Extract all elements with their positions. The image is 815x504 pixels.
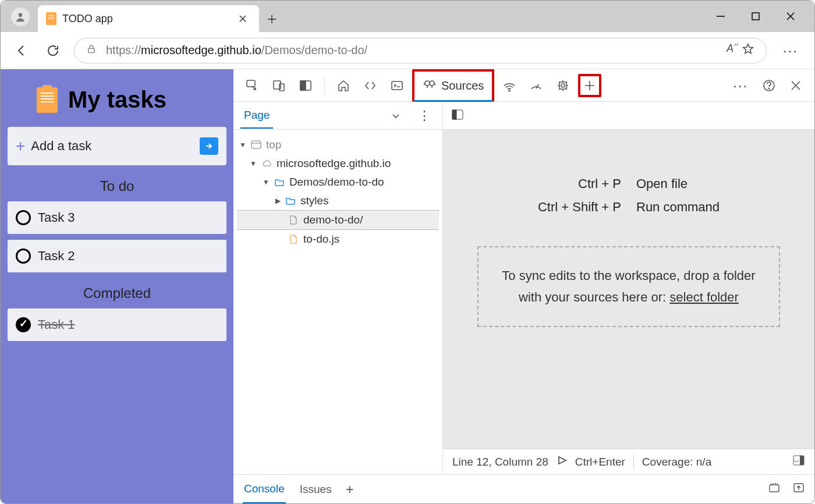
task-item[interactable]: Task 2: [8, 240, 226, 272]
browser-tab[interactable]: TODO app: [38, 5, 259, 32]
issues-drawer-tab[interactable]: Issues: [300, 483, 332, 496]
cursor-position: Line 12, Column 28: [452, 456, 548, 468]
svg-rect-2: [88, 48, 95, 53]
tab-close-button[interactable]: [235, 10, 251, 27]
editor-panel: Ctrl + P Open file Ctrl + Shift + P Run …: [443, 102, 814, 474]
clipboard-icon: [46, 12, 56, 25]
svg-rect-21: [770, 485, 779, 492]
toggle-sidebar-icon[interactable]: [451, 108, 464, 123]
checkbox-icon[interactable]: [16, 210, 31, 225]
tree-js-file[interactable]: to-do.js: [237, 230, 439, 249]
console-drawer-tab[interactable]: Console: [243, 475, 286, 503]
sources-tab-label: Sources: [441, 79, 484, 93]
task-item-completed[interactable]: Task 1: [8, 308, 226, 341]
file-icon: [288, 234, 299, 244]
favorite-icon[interactable]: [742, 42, 754, 58]
svg-rect-20: [800, 456, 804, 465]
editor-placeholder: Ctrl + P Open file Ctrl + Shift + P Run …: [443, 130, 814, 449]
chevron-down-icon[interactable]: [384, 104, 408, 127]
welcome-tab-icon[interactable]: [332, 74, 355, 97]
devtools-drawer: Console Issues +: [233, 474, 814, 503]
task-label: Task 3: [38, 210, 75, 225]
select-folder-link[interactable]: select folder: [669, 290, 739, 304]
editor-status-bar: Line 12, Column 28 Ctrl+Enter Coverage: …: [443, 449, 814, 474]
svg-point-13: [561, 84, 565, 87]
tree-index-file[interactable]: demo-to-do/: [237, 210, 439, 230]
navigator-tabs: Page ⋮: [233, 102, 442, 130]
svg-rect-7: [300, 81, 306, 90]
svg-rect-18: [452, 110, 456, 119]
refresh-button[interactable]: [42, 40, 63, 61]
tree-top-frame[interactable]: ▼ top: [237, 136, 439, 154]
checkbox-checked-icon[interactable]: [16, 317, 31, 332]
profile-avatar[interactable]: [11, 8, 30, 26]
svg-rect-12: [559, 82, 566, 89]
device-toolbar-icon[interactable]: [267, 74, 290, 97]
todo-app-pane: My tasks + Add a task To do Task 3 Task …: [1, 69, 233, 503]
address-bar[interactable]: https://microsoftedge.github.io/Demos/de…: [74, 38, 767, 63]
more-tools-button[interactable]: [578, 74, 601, 97]
url-text: https://microsoftedge.github.io/Demos/de…: [106, 44, 717, 57]
tree-styles-folder[interactable]: ▶ styles: [237, 191, 439, 210]
elements-tab-icon[interactable]: [359, 74, 382, 97]
close-devtools-button[interactable]: [784, 74, 807, 97]
devtools-more-button[interactable]: ···: [727, 77, 754, 94]
shortcut-row: Ctrl + Shift + P Run command: [516, 200, 741, 215]
svg-point-11: [509, 90, 510, 91]
lock-icon: [86, 44, 97, 57]
memory-tab-icon[interactable]: [551, 74, 575, 97]
drawer-dock-icon[interactable]: [792, 481, 805, 497]
drawer-issues-icon[interactable]: [768, 481, 781, 497]
tree-folder[interactable]: ▼ Demos/demo-to-do: [237, 173, 439, 191]
svg-point-15: [768, 88, 770, 89]
page-tab[interactable]: Page: [240, 103, 273, 129]
devtools-pane: Sources ··· Page ⋮ ▼: [233, 69, 814, 503]
task-item[interactable]: Task 3: [8, 201, 226, 234]
sources-navigator: Page ⋮ ▼ top ▼ microsoftedge.github.io: [233, 102, 443, 474]
minimize-button[interactable]: [714, 10, 727, 23]
clipboard-icon: [37, 87, 58, 113]
help-icon[interactable]: [757, 74, 781, 97]
cloud-icon: [261, 158, 272, 169]
app-title: My tasks: [37, 87, 226, 113]
window-icon: [251, 140, 261, 150]
expand-sidebar-icon[interactable]: [792, 454, 805, 470]
folder-icon: [285, 196, 296, 206]
browser-titlebar: TODO app: [1, 1, 814, 32]
maximize-button[interactable]: [749, 10, 762, 23]
shortcut-row: Ctrl + P Open file: [516, 176, 741, 191]
task-label: Task 1: [38, 317, 75, 332]
add-drawer-tab-button[interactable]: +: [346, 481, 354, 498]
read-aloud-icon[interactable]: A››: [727, 42, 734, 58]
folder-icon: [274, 177, 285, 187]
sources-tab[interactable]: Sources: [412, 69, 494, 102]
submit-task-button[interactable]: [200, 137, 218, 155]
navigator-more-button[interactable]: ⋮: [413, 108, 435, 123]
address-bar-row: https://microsoftedge.github.io/Demos/de…: [1, 32, 814, 69]
close-window-button[interactable]: [784, 10, 797, 23]
plus-icon: +: [16, 137, 25, 155]
tree-origin[interactable]: ▼ microsoftedge.github.io: [237, 154, 439, 173]
run-icon[interactable]: [557, 455, 567, 468]
svg-point-0: [19, 13, 23, 17]
settings-more-button[interactable]: ···: [777, 42, 804, 59]
workspace-dropzone[interactable]: To sync edits to the workspace, drop a f…: [477, 246, 779, 327]
add-task-input[interactable]: + Add a task: [8, 127, 226, 165]
todo-section-heading: To do: [8, 178, 226, 194]
console-tab-icon[interactable]: [385, 74, 409, 97]
coverage-status: Coverage: n/a: [642, 456, 711, 468]
new-tab-button[interactable]: [264, 11, 280, 27]
editor-toolbar: [443, 102, 814, 130]
devtools-toolbar: Sources ···: [233, 69, 814, 102]
inspect-element-icon[interactable]: [240, 74, 264, 97]
dock-side-icon[interactable]: [294, 74, 317, 97]
performance-tab-icon[interactable]: [525, 74, 548, 97]
file-tree: ▼ top ▼ microsoftedge.github.io ▼ Demos/…: [233, 130, 442, 254]
completed-section-heading: Completed: [8, 285, 226, 301]
svg-rect-3: [247, 80, 255, 87]
checkbox-icon[interactable]: [16, 249, 31, 264]
window-controls: [697, 1, 814, 32]
back-button[interactable]: [11, 40, 32, 61]
network-tab-icon[interactable]: [498, 74, 521, 97]
svg-rect-1: [752, 13, 759, 20]
